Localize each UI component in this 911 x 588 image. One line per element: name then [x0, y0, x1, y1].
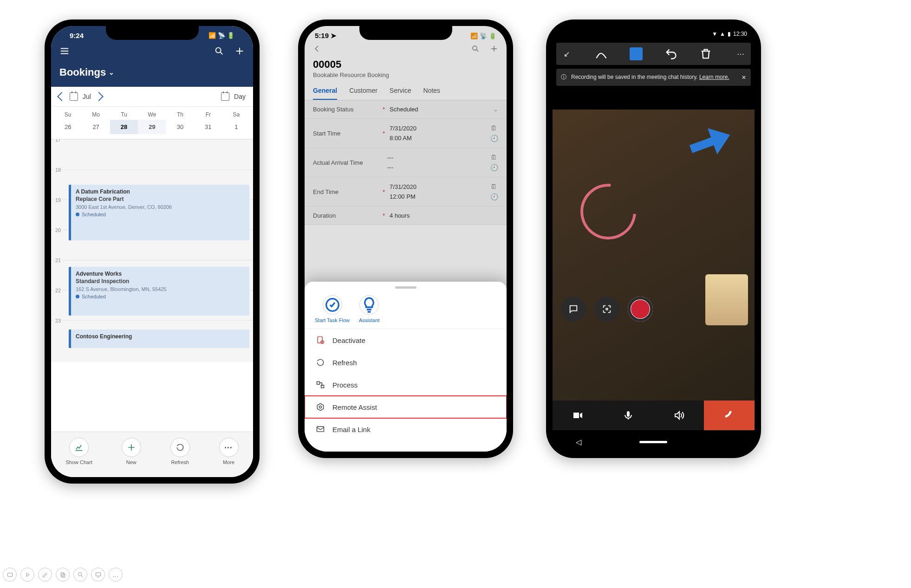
clock-icon: 🕘 — [490, 135, 498, 142]
more-icon[interactable]: … — [109, 568, 123, 582]
camera-view[interactable] — [553, 110, 755, 401]
field-duration[interactable]: Duration* 4 hours — [305, 207, 507, 225]
end-call-button[interactable] — [704, 401, 755, 430]
draw-icon[interactable] — [595, 47, 608, 60]
bottom-toolbar: Show Chart New Refresh ••• More — [51, 432, 253, 477]
svg-rect-15 — [96, 573, 100, 576]
calendar-icon[interactable] — [70, 92, 78, 101]
clock-icon: 🕘 — [490, 164, 498, 171]
assistant-button[interactable]: Assistant — [359, 295, 380, 323]
calendar-event[interactable]: Contoso Engineering — [69, 330, 249, 348]
field-booking-status[interactable]: Booking Status * Scheduled ⌄ — [305, 100, 507, 119]
menu-icon[interactable] — [59, 46, 70, 58]
record-button[interactable] — [628, 297, 653, 322]
process-item[interactable]: Process — [305, 374, 507, 396]
view-label[interactable]: Day — [234, 93, 246, 100]
undo-icon[interactable] — [664, 47, 677, 60]
refresh-button[interactable]: Refresh — [170, 438, 190, 465]
card-icon[interactable] — [3, 568, 17, 582]
calendar-event[interactable]: Adventure Works Standard Inspection 162 … — [69, 267, 249, 316]
calendar-icon: 🗓 — [490, 183, 498, 190]
tab-notes[interactable]: Notes — [423, 82, 441, 100]
new-button[interactable]: New — [122, 438, 141, 465]
speaker-toggle[interactable] — [654, 401, 704, 430]
field-arrival-time[interactable]: Actual Arrival Time ------ 🗓🕘 — [305, 148, 507, 177]
next-arrow-icon[interactable] — [94, 92, 104, 101]
record-subtitle: Bookable Resource Booking — [313, 71, 498, 78]
play-icon[interactable] — [20, 568, 34, 582]
search-icon[interactable] — [214, 46, 224, 58]
capture-button[interactable] — [594, 297, 619, 322]
phone-bookings: 9:24 📶📡🔋 Booking — [45, 19, 260, 484]
add-icon[interactable] — [490, 45, 498, 55]
refresh-item[interactable]: Refresh — [305, 351, 507, 374]
close-icon[interactable]: ✕ — [742, 74, 746, 81]
collapse-icon[interactable]: ↙ — [560, 47, 573, 60]
show-chart-button[interactable]: Show Chart — [65, 438, 92, 465]
record-id: 00005 — [313, 58, 498, 71]
status-time: 12:30 — [733, 31, 747, 37]
svg-rect-11 — [7, 573, 12, 576]
prev-arrow-icon[interactable] — [57, 92, 66, 101]
chevron-down-icon: ⌄ — [109, 69, 114, 76]
search-icon[interactable] — [471, 45, 480, 55]
camera-toggle[interactable] — [553, 401, 603, 430]
date-navbar: Jul Day — [51, 87, 253, 107]
delete-icon[interactable] — [699, 47, 712, 60]
ar-arrow-annotation — [686, 122, 735, 162]
svg-rect-5 — [317, 381, 320, 384]
svg-rect-13 — [62, 574, 65, 577]
back-nav-icon[interactable]: ◁ — [576, 438, 581, 446]
deactivate-item[interactable]: Deactivate — [305, 329, 507, 351]
remote-assist-item[interactable]: Remote Assist — [305, 396, 507, 418]
learn-more-link[interactable]: Learn more. — [699, 74, 729, 80]
back-icon[interactable] — [313, 45, 321, 55]
tab-general[interactable]: General — [313, 82, 337, 100]
status-time: 9:24 — [70, 32, 84, 39]
weekdate-row[interactable]: 2627 28 29 3031 1 — [51, 120, 253, 139]
svg-point-0 — [216, 48, 221, 53]
sheet-handle[interactable] — [395, 286, 416, 289]
edit-icon[interactable] — [38, 568, 52, 582]
status-bar: ▼▲ ▮ 12:30 — [553, 26, 755, 39]
svg-point-9 — [606, 308, 608, 310]
field-start-time[interactable]: Start Time * 7/31/2020 8:00 AM 🗓🕘 — [305, 119, 507, 148]
location-icon: ➤ — [331, 32, 337, 39]
calendar-icon: 🗓 — [490, 154, 498, 161]
add-icon[interactable] — [234, 46, 245, 58]
android-navbar: ◁ — [553, 432, 755, 452]
home-nav-icon[interactable] — [639, 441, 667, 443]
more-button[interactable]: ••• More — [219, 438, 239, 465]
phone-booking-detail: 5:19 ➤ 📶📡🔋 00005 Bookable Resource Booki… — [298, 19, 513, 458]
page-title[interactable]: Bookings ⌄ — [59, 66, 245, 78]
self-video-thumbnail[interactable] — [705, 274, 748, 325]
calendar-icon[interactable] — [221, 92, 229, 101]
color-swatch[interactable] — [630, 47, 643, 60]
screen-icon[interactable] — [91, 568, 105, 582]
schedule-grid[interactable]: 17 18 19 20 21 22 23 A Datum Fabrication… — [51, 139, 253, 362]
field-end-time[interactable]: End Time* 7/31/202012:00 PM 🗓🕘 — [305, 177, 507, 207]
svg-rect-8 — [317, 426, 324, 432]
tab-service[interactable]: Service — [390, 82, 411, 100]
chat-button[interactable] — [561, 297, 586, 322]
calendar-event[interactable]: A Datum Fabrication Replace Core Part 30… — [69, 185, 249, 240]
copy-icon[interactable] — [56, 568, 70, 582]
notch — [106, 26, 199, 40]
svg-point-1 — [473, 46, 477, 50]
zoom-icon[interactable] — [73, 568, 87, 582]
document-toolbar: … — [3, 568, 123, 582]
notch — [359, 26, 452, 40]
start-task-flow-button[interactable]: Start Task Flow — [315, 295, 350, 323]
annotation-toolbar: ↙ ⋯ — [556, 43, 751, 65]
email-link-item[interactable]: Email a Link — [305, 418, 507, 440]
svg-rect-12 — [61, 573, 64, 576]
tab-customer[interactable]: Customer — [349, 82, 377, 100]
mic-toggle[interactable] — [603, 401, 654, 430]
svg-point-7 — [319, 406, 322, 408]
tab-bar: General Customer Service Notes — [305, 82, 507, 100]
month-label: Jul — [83, 93, 91, 100]
more-icon[interactable]: ⋯ — [734, 47, 747, 60]
svg-rect-10 — [627, 411, 630, 417]
phone-remote-assist-call: ▼▲ ▮ 12:30 ↙ ⋯ ⓘ Recording will be saved… — [546, 19, 761, 458]
wifi-icon: ▲ — [720, 31, 725, 37]
